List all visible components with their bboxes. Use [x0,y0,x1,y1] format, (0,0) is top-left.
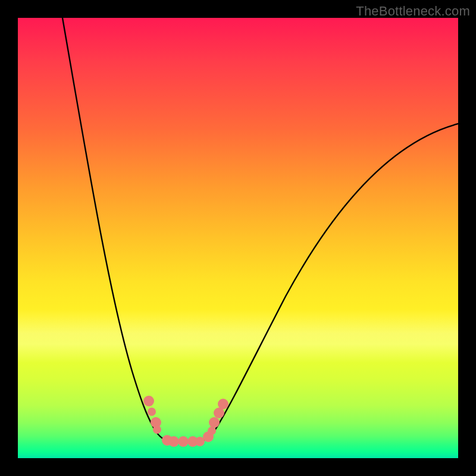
curve-path-left [62,18,170,441]
markers-group [143,396,228,447]
marker-dot [195,437,205,446]
marker-dot [208,427,216,435]
marker-dot [203,431,214,442]
marker-dot [178,436,189,447]
marker-dot [187,436,198,447]
marker-dot [153,425,161,434]
marker-dot [209,417,220,428]
chart-frame: TheBottleneck.com [0,0,476,476]
plot-area [18,18,458,458]
marker-dot [151,417,161,428]
watermark-text: TheBottleneck.com [356,4,470,19]
marker-dot [162,435,173,446]
curve-path-right [201,124,458,441]
marker-dot [143,396,154,406]
marker-dot [148,408,156,416]
marker-dot [214,408,224,418]
marker-dot [218,399,228,409]
curve-svg [18,18,458,458]
marker-dot [168,436,179,447]
haze-band [18,309,458,363]
